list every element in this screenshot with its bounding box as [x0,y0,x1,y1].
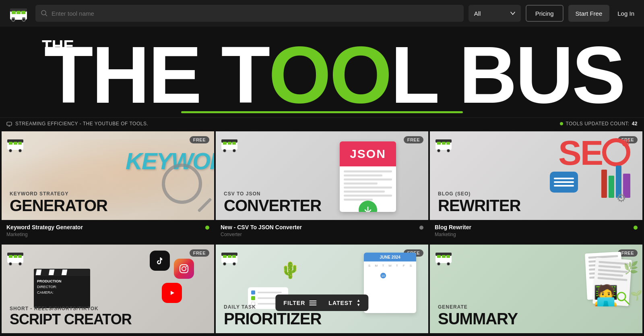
card-label-seo: BLOG (SEO) REWRITER [430,185,642,220]
tool-logo-1 [6,136,24,154]
svg-point-27 [233,149,236,152]
filter-label: FILTER [283,300,305,306]
svg-point-36 [624,141,627,145]
status-dot-3 [634,226,638,230]
card-label-summary: GENERATE SUMMARY [430,298,642,333]
svg-rect-41 [9,255,12,258]
status-dot-1 [205,226,209,230]
sub-bar-right: TOOLS UPDATED COUNT: 42 [560,121,638,127]
svg-point-56 [233,263,236,265]
badge-1: FREE [190,136,209,143]
tool-category-3: Marketing [435,232,471,237]
pricing-button[interactable]: Pricing [526,5,564,22]
svg-rect-24 [228,142,231,145]
filter-dropdown[interactable]: All [469,5,521,22]
tool-category-1: Marketing [6,232,83,237]
logo[interactable] [6,3,31,23]
svg-rect-52 [223,255,227,258]
tool-card-script[interactable]: FREE [2,245,214,336]
tool-logo-6 [435,249,452,267]
svg-rect-43 [18,255,22,258]
svg-rect-25 [232,142,236,145]
svg-point-26 [223,149,226,152]
tool-card-img-script: FREE [2,245,214,333]
tool-card-img-prio: FREE JUNE 2024 SMTWTFS 1234567 8910 🌵 [216,245,428,333]
tools-count-label: TOOLS UPDATED COUNT: [566,121,629,127]
tool-card-text-prio: Daily Task Prioritizer [216,333,428,336]
sub-bar-left: STREAMING EFFICIENCY - THE YOUTUBE OF TO… [6,121,148,127]
latest-label: LATEST [328,300,352,306]
tool-logo-3 [435,136,452,154]
start-free-button[interactable]: Start Free [568,5,610,22]
tool-card-img-keyword: FREE KEYWORD KEYWORD STRATEGY GENERATOR [2,131,214,220]
svg-rect-16 [9,142,12,145]
search-input[interactable] [52,10,458,17]
tool-card-text-keyword: Keyword Strategy Generator Marketing [2,220,214,243]
tools-grid: FREE KEYWORD KEYWORD STRATEGY GENERATOR … [0,130,644,336]
svg-rect-32 [446,142,450,145]
tool-logo-2 [221,136,238,154]
streaming-icon [6,121,12,127]
svg-point-45 [19,263,22,265]
tool-card-json[interactable]: FREE JSON [216,131,428,243]
search-icon [41,10,47,17]
tool-card-seo[interactable]: FREE SE ⚙ BLOG (SEO) REWRITER [430,131,642,243]
tool-card-prio[interactable]: FREE JUNE 2024 SMTWTFS 1234567 8910 🌵 [216,245,428,336]
filter-bar[interactable]: FILTER LATEST ▲ ▼ [275,295,368,311]
hero-title-tool: TOOL [221,35,438,115]
tool-card-summary[interactable]: FREE 🧑‍💻 🌿 🌱 [430,245,642,336]
svg-rect-42 [14,255,17,258]
card-label-json: CSV TO JSON CONVERTER [216,185,428,220]
tool-card-img-seo: FREE SE ⚙ BLOG (SEO) REWRITER [430,131,642,220]
svg-point-8 [22,18,25,21]
svg-rect-59 [437,255,441,258]
tool-card-text-script: Short - Reels/Shorts/TikTok Script Creat… [2,333,214,336]
svg-point-62 [438,263,440,265]
login-button[interactable]: Log In [614,5,638,22]
svg-rect-30 [437,142,441,145]
svg-rect-17 [14,142,17,145]
svg-point-35 [622,140,629,146]
svg-rect-54 [232,255,236,258]
tool-card-text-json: New - CSV To JSON Converter Converter [216,220,428,243]
svg-line-10 [45,15,47,16]
svg-point-44 [9,263,12,265]
svg-rect-4 [12,11,16,14]
tool-category-2: Converter [221,232,302,237]
svg-rect-61 [446,255,450,258]
filter-selected: All [474,10,507,17]
navbar: All Pricing Start Free Log In [0,0,644,27]
green-dot [560,122,563,125]
search-bar[interactable] [35,5,464,22]
tool-card-img-json: FREE JSON [216,131,428,220]
tool-name-1: Keyword Strategy Generator [6,224,83,230]
svg-point-20 [19,149,22,152]
streaming-text: STREAMING EFFICIENCY - THE YOUTUBE OF TO… [15,121,148,127]
tool-name-2: New - CSV To JSON Converter [221,224,302,230]
badge-2: FREE [404,136,423,143]
sort-arrows-icon: ▲ ▼ [357,299,361,307]
card-label-script: SHORT - REELS/SHORTS/TIKTOK SCRIPT CREAT… [2,299,214,333]
tool-card-keyword[interactable]: FREE KEYWORD KEYWORD STRATEGY GENERATOR … [2,131,214,243]
svg-rect-60 [442,255,446,258]
chevron-down-icon [510,12,515,15]
svg-point-63 [447,263,450,265]
tool-logo-5 [221,249,238,267]
hero-section: THE THE TOOL BUS [0,27,644,113]
status-dot-2 [419,226,423,230]
badge-4: FREE [190,249,209,257]
svg-point-7 [12,18,15,21]
svg-rect-6 [21,11,25,14]
svg-rect-31 [442,142,446,145]
svg-rect-53 [228,255,231,258]
svg-rect-23 [223,142,227,145]
svg-rect-18 [18,142,22,145]
tool-name-3: Blog Rewriter [435,224,471,230]
hero-title-bus: BUS [459,35,624,115]
svg-marker-49 [171,291,174,295]
tool-card-text-summary: Generate Summary [430,333,642,336]
tools-count-number: 42 [632,121,638,127]
hero-title: THE TOOL BUS [40,35,604,115]
svg-point-19 [9,149,12,152]
svg-point-47 [182,267,186,271]
